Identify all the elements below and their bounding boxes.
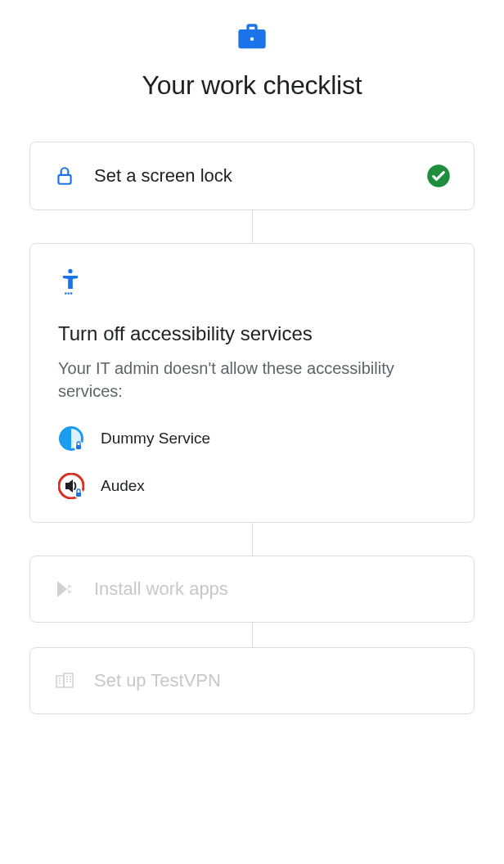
svg-point-0 bbox=[250, 38, 254, 41]
work-checklist-container: Your work checklist Set a screen lock bbox=[0, 0, 504, 714]
accessibility-section-description: Your IT admin doesn't allow these access… bbox=[58, 357, 446, 403]
service-item-dummy[interactable]: Dummy Service bbox=[58, 425, 446, 452]
svg-rect-1 bbox=[58, 175, 70, 184]
page-title: Your work checklist bbox=[29, 70, 475, 101]
service-item-audex[interactable]: Audex bbox=[58, 473, 446, 499]
checklist-item-screen-lock[interactable]: Set a screen lock bbox=[29, 142, 475, 210]
audex-app-icon bbox=[58, 473, 84, 499]
connector-line bbox=[252, 210, 253, 243]
checklist-item-title: Set up TestVPN bbox=[94, 670, 451, 691]
svg-rect-6 bbox=[70, 292, 72, 294]
lock-icon bbox=[53, 164, 76, 187]
accessibility-icon bbox=[58, 268, 446, 299]
accessibility-section-title: Turn off accessibility services bbox=[58, 322, 446, 345]
checklist-item-title: Install work apps bbox=[94, 578, 451, 600]
domain-icon bbox=[53, 669, 76, 692]
checklist-item-accessibility[interactable]: Turn off accessibility services Your IT … bbox=[29, 243, 475, 523]
svg-rect-13 bbox=[56, 676, 64, 687]
service-name: Audex bbox=[101, 477, 145, 495]
svg-rect-12 bbox=[76, 493, 81, 497]
svg-rect-4 bbox=[65, 292, 66, 294]
connector-line bbox=[252, 523, 253, 556]
svg-rect-5 bbox=[68, 292, 70, 294]
dummy-service-app-icon bbox=[58, 425, 84, 452]
checklist-item-testvpn[interactable]: Set up TestVPN bbox=[29, 647, 475, 714]
play-store-icon bbox=[53, 578, 76, 601]
connector-line bbox=[252, 623, 253, 647]
service-name: Dummy Service bbox=[101, 430, 210, 448]
briefcase-icon bbox=[29, 21, 475, 54]
checklist-item-install-apps[interactable]: Install work apps bbox=[29, 556, 475, 623]
service-list: Dummy Service Audex bbox=[58, 425, 446, 499]
svg-rect-9 bbox=[76, 445, 81, 449]
checklist-item-title: Set a screen lock bbox=[94, 165, 408, 187]
check-circle-icon bbox=[426, 164, 451, 188]
svg-point-3 bbox=[68, 269, 72, 273]
svg-rect-14 bbox=[64, 673, 73, 687]
